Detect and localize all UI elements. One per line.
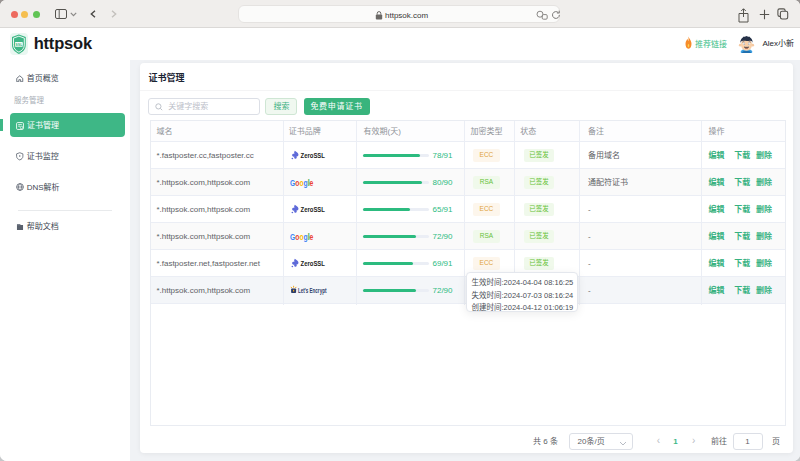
- svg-text:Google: Google: [290, 232, 314, 242]
- svg-text:ZeroSSL: ZeroSSL: [300, 205, 324, 214]
- svg-text:ZeroSSL: ZeroSSL: [300, 151, 324, 160]
- svg-text:Let's Encrypt: Let's Encrypt: [298, 287, 327, 295]
- svg-text:ZeroSSL: ZeroSSL: [300, 259, 324, 268]
- svg-text:SSL: SSL: [15, 42, 23, 46]
- svg-text:Google: Google: [290, 178, 314, 188]
